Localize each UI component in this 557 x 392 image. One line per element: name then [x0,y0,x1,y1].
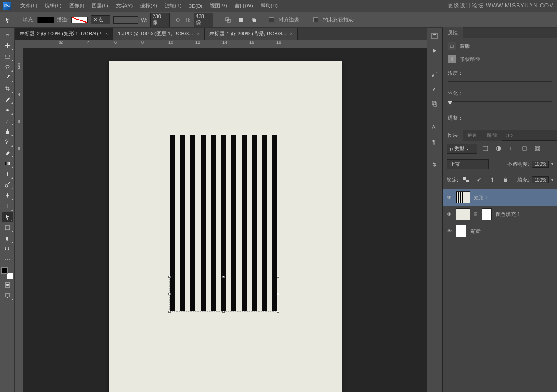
wand-tool[interactable] [2,73,13,83]
app-logo[interactable]: Ps [3,2,11,10]
channels-tab[interactable]: 通道 [463,130,482,141]
eraser-tool[interactable] [2,148,13,158]
ruler-vertical[interactable]: 0 2 4 6 8 [15,48,23,392]
layer-thumb[interactable] [456,191,470,203]
filter-type-icon[interactable]: T [506,143,517,154]
opacity-field[interactable]: 100% [532,161,549,168]
fill-swatch[interactable] [37,17,54,23]
3d-tab[interactable]: 3D [502,131,517,140]
lock-all-icon[interactable] [500,175,510,185]
quickmask-icon[interactable] [2,280,13,290]
menu-view[interactable]: 视图(V) [206,0,231,11]
properties-tab[interactable]: 属性 [443,27,463,38]
link-wh-icon[interactable] [173,15,183,25]
history-panel-icon[interactable] [429,31,440,41]
stroke-type-dropdown[interactable] [113,16,138,24]
density-slider[interactable] [448,81,552,82]
blend-mode-dropdown[interactable]: 正常 [447,159,489,169]
tool-preset-icon[interactable] [3,15,13,25]
transform-handle[interactable] [277,276,279,278]
align-edges-checkbox[interactable] [269,17,274,22]
path-ops-icon[interactable] [223,15,233,25]
transform-handle[interactable] [222,276,225,278]
path-arrange-icon[interactable] [249,15,259,25]
paths-tab[interactable]: 路径 [482,130,502,141]
blur-tool[interactable] [2,169,13,179]
doc-tab-1[interactable]: 未标题-2 @ 100% (矩形 1, RGB/8) * × [15,28,113,40]
crop-tool[interactable] [2,83,13,94]
transform-handle[interactable] [222,311,225,313]
menu-type[interactable]: 文字(Y) [112,0,137,11]
mask-thumb[interactable] [482,208,492,220]
history-brush-tool[interactable] [2,137,13,147]
type-tool[interactable]: T [2,201,13,211]
screenmode-icon[interactable] [2,291,13,301]
background-color[interactable] [7,273,13,279]
filter-adjust-icon[interactable] [493,143,503,154]
clone-panel-icon[interactable] [429,99,440,109]
brush-tool[interactable] [2,115,13,126]
close-icon[interactable]: × [105,31,108,36]
lasso-tool[interactable] [2,62,13,72]
layer-name[interactable]: 背景 [470,228,480,235]
transform-handle[interactable] [168,293,171,295]
ruler-horizontal[interactable]: 0 2 4 6 8 10 12 14 16 18 [23,40,427,48]
edit-toolbar-icon[interactable] [2,255,13,265]
color-swatches[interactable] [1,267,13,279]
width-field[interactable]: 230 像 [150,13,170,27]
visibility-icon[interactable]: 👁 [446,211,452,217]
marquee-tool[interactable] [2,51,13,61]
document-canvas[interactable] [109,61,342,392]
dodge-tool[interactable] [2,180,13,190]
layer-row-background[interactable]: 👁 背景 [443,223,557,239]
layer-name[interactable]: 矩形 1 [474,194,488,201]
menu-edit[interactable]: 编辑(E) [41,0,66,11]
gradient-tool[interactable] [2,158,13,169]
menu-filter[interactable]: 滤镜(T) [161,0,185,11]
eyedropper-tool[interactable] [2,94,13,104]
filter-shape-icon[interactable] [519,143,530,154]
layer-thumb[interactable] [456,208,470,220]
stamp-tool[interactable] [2,126,13,136]
stroke-width-dropdown[interactable]: 3 点 [91,15,110,24]
close-icon[interactable]: × [290,31,293,36]
layer-name[interactable]: 颜色填充 1 [496,211,520,218]
stroke-swatch[interactable] [71,17,88,23]
foreground-color[interactable] [1,267,8,274]
transform-handle[interactable] [277,293,279,295]
lock-position-icon[interactable] [487,175,497,185]
actions-panel-icon[interactable] [429,46,440,56]
layer-row-colorfill[interactable]: 👁 ⛓ 颜色填充 1 [443,206,557,223]
pen-tool[interactable] [2,190,13,201]
link-icon[interactable]: ⛓ [474,212,478,216]
canvas-viewport[interactable] [23,48,427,392]
transform-handle[interactable] [168,276,171,278]
fill-field[interactable]: 100% [532,176,549,183]
tool-expand-icon[interactable] [2,30,13,40]
character-panel-icon[interactable]: A| [429,122,440,132]
menu-select[interactable]: 选择(S) [136,0,161,11]
constrain-drag-checkbox[interactable] [313,17,318,22]
hand-tool[interactable] [2,233,13,243]
brushes-panel-icon[interactable] [429,69,440,79]
filter-kind-dropdown[interactable]: ρ 类型 ÷ [447,144,477,154]
menu-file[interactable]: 文件(F) [17,0,41,11]
menu-window[interactable]: 窗口(W) [231,0,257,11]
zoom-tool[interactable] [2,244,13,254]
layers-tab[interactable]: 图层 [443,130,463,141]
rectangle-tool[interactable] [2,223,13,233]
path-select-tool[interactable] [2,212,13,222]
shape-path-icon[interactable]: || [448,55,456,63]
tool-presets-panel-icon[interactable] [429,160,440,170]
height-field[interactable]: 438 像 [194,13,213,27]
close-icon[interactable]: × [197,31,200,36]
move-tool[interactable] [2,41,13,51]
mask-thumb-icon[interactable]: ▢ [448,42,456,50]
menu-3d[interactable]: 3D(D) [185,1,206,11]
heal-tool[interactable] [2,105,13,115]
filter-pixel-icon[interactable] [480,143,490,154]
doc-tab-2[interactable]: 1.JPG @ 100% (图层 1, RGB/8... × [113,28,205,40]
paragraph-panel-icon[interactable]: ¶ [429,137,440,147]
menu-help[interactable]: 帮助(H) [257,0,282,11]
path-align-icon[interactable] [236,15,246,25]
